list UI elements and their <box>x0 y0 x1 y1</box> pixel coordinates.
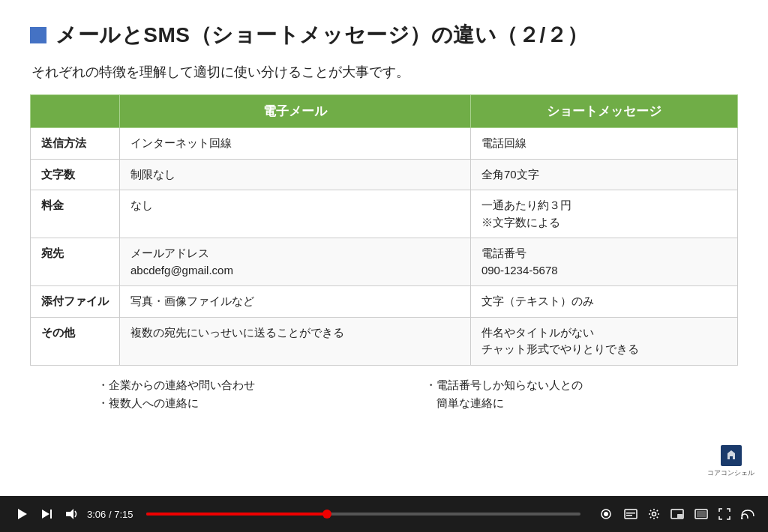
right-controls <box>594 508 759 520</box>
table-row-sms: 全角70文字 <box>470 159 737 190</box>
svg-marker-4 <box>66 509 74 519</box>
play-button[interactable] <box>9 499 34 529</box>
table-header-sms: ショートメッセージ <box>470 95 737 128</box>
logo-text: コアコンシェル <box>707 468 754 478</box>
svg-rect-12 <box>677 514 682 518</box>
table-row-sms: 一通あたり約３円 ※文字数による <box>470 190 737 238</box>
table-row-sms: 電話回線 <box>470 128 737 160</box>
fullscreen-icon[interactable] <box>714 508 735 520</box>
logo-area: コアコンシェル <box>707 445 754 478</box>
svg-point-10 <box>652 513 656 516</box>
progress-bar[interactable] <box>146 513 580 516</box>
svg-marker-1 <box>18 509 27 519</box>
time-display: 3:06 / 7:15 <box>87 509 133 520</box>
bottom-note-left: ・企業からの連絡や問い合わせ ・複数人への連絡に <box>30 376 410 413</box>
table-row-label: 文字数 <box>31 159 120 190</box>
progress-dot <box>322 510 332 519</box>
svg-rect-0 <box>730 456 733 459</box>
svg-rect-7 <box>625 510 637 519</box>
settings-icon[interactable] <box>644 508 664 520</box>
theater-mode-icon[interactable] <box>690 509 712 519</box>
table-row-label: 料金 <box>31 190 120 238</box>
table-row-email: メールアドレス abcdefg@gmail.com <box>120 238 471 286</box>
logo-icon <box>721 445 742 466</box>
controls-bar: 3:06 / 7:15 <box>0 496 768 532</box>
svg-marker-2 <box>42 510 50 519</box>
slide-subtitle: それぞれの特徴を理解して適切に使い分けることが大事です。 <box>32 63 738 81</box>
table-row-email: 複数の宛先にいっせいに送ることができる <box>120 317 471 365</box>
table-row-email: インターネット回線 <box>120 128 471 160</box>
comparison-table: 電子メール ショートメッセージ 送信方法インターネット回線電話回線文字数制限なし… <box>30 94 738 366</box>
table-row-email: 写真・画像ファイルなど <box>120 286 471 318</box>
subtitles-icon[interactable] <box>620 509 642 519</box>
slide-title: メールとSMS（ショートメッセージ）の違い（２/２） <box>56 21 589 49</box>
miniplayer-icon[interactable] <box>666 509 688 519</box>
svg-rect-9 <box>626 515 632 516</box>
current-time: 3:06 <box>87 509 106 520</box>
svg-rect-8 <box>626 513 635 514</box>
skip-next-button[interactable] <box>34 499 58 529</box>
title-row: メールとSMS（ショートメッセージ）の違い（２/２） <box>30 21 738 49</box>
slide-area: メールとSMS（ショートメッセージ）の違い（２/２） それぞれの特徴を理解して適… <box>0 0 768 496</box>
bottom-notes: ・企業からの連絡や問い合わせ ・複数人への連絡に ・電話番号しか知らない人との … <box>30 376 738 413</box>
total-time: 7:15 <box>114 509 133 520</box>
autoplay-icon[interactable] <box>594 509 618 519</box>
svg-point-15 <box>741 518 743 520</box>
table-row-label: 宛先 <box>31 238 120 286</box>
svg-point-6 <box>604 512 608 516</box>
table-row-sms: 文字（テキスト）のみ <box>470 286 737 318</box>
table-header-empty <box>31 95 120 128</box>
progress-fill <box>146 513 326 516</box>
table-row-sms: 件名やタイトルがない チャット形式でやりとりできる <box>470 317 737 365</box>
table-row-label: 添付ファイル <box>31 286 120 318</box>
bottom-note-right: ・電話番号しか知らない人との 簡単な連絡に <box>410 376 738 413</box>
svg-rect-14 <box>697 511 706 517</box>
volume-button[interactable] <box>58 499 84 529</box>
cast-icon[interactable] <box>736 509 759 519</box>
table-row-sms: 電話番号 090-1234-5678 <box>470 238 737 286</box>
table-row-label: その他 <box>31 317 120 365</box>
title-icon <box>30 27 46 43</box>
svg-rect-3 <box>50 510 52 519</box>
video-container: メールとSMS（ショートメッセージ）の違い（２/２） それぞれの特徴を理解して適… <box>0 0 768 532</box>
table-row-email: 制限なし <box>120 159 471 190</box>
table-row-email: なし <box>120 190 471 238</box>
table-row-label: 送信方法 <box>31 128 120 160</box>
table-header-email: 電子メール <box>120 95 471 128</box>
